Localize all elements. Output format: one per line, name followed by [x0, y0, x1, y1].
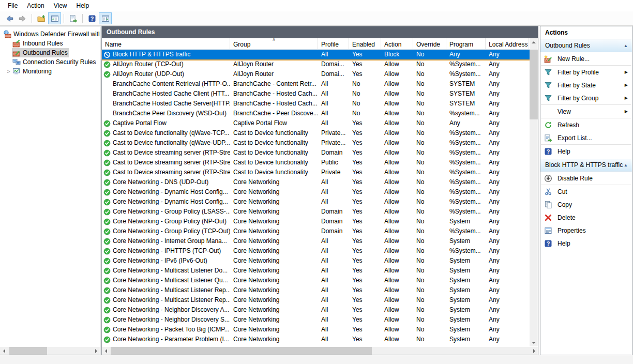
rule-row-cast-to-device-functionality-qwave-udp[interactable]: Cast to Device functionality (qWave-UDP.…	[102, 138, 530, 148]
expand-chevron-icon[interactable]: >	[5, 68, 12, 74]
cell-override: No	[413, 276, 446, 285]
menu-file[interactable]: File	[3, 1, 22, 11]
action-cut[interactable]: Cut	[540, 185, 632, 198]
back-button[interactable]	[3, 12, 16, 24]
rule-row-core-networking-internet-group-mana[interactable]: Core Networking - Internet Group Mana...…	[102, 236, 530, 246]
export-list-button[interactable]	[67, 12, 80, 24]
cell-profile: All	[318, 236, 349, 246]
tree-item-windows-defender-firewall-witl[interactable]: Windows Defender Firewall witl	[0, 29, 100, 39]
scrollbar-thumb[interactable]	[9, 347, 47, 355]
action-filter-by-group[interactable]: Filter by Group▶	[540, 92, 632, 104]
menu-view[interactable]: View	[49, 1, 72, 11]
cell-enabled: Yes	[349, 197, 381, 207]
help-button[interactable]	[85, 12, 98, 24]
column-header-enabled[interactable]: Enabled	[349, 38, 381, 49]
show-action-pane-toggle[interactable]	[99, 12, 112, 24]
rule-row-core-networking-group-policy-np-out[interactable]: Core Networking - Group Policy (NP-Out)C…	[102, 217, 530, 226]
rule-row-core-networking-dynamic-host-config[interactable]: Core Networking - Dynamic Host Config...…	[102, 197, 530, 207]
actions-section-header-block-http-https-traffic[interactable]: Block HTTP & HTTPS traffic▲	[540, 159, 632, 172]
rule-row-core-networking-group-policy-tcp-out[interactable]: Core Networking - Group Policy (TCP-Out)…	[102, 226, 530, 236]
rule-row-core-networking-ipv6-ipv6-out[interactable]: Core Networking - IPv6 (IPv6-Out)Core Ne…	[102, 256, 530, 266]
action-properties[interactable]: Properties	[540, 224, 632, 237]
action-view[interactable]: View▶	[540, 105, 632, 118]
no-icon	[103, 90, 111, 98]
cell-program: System	[446, 285, 486, 295]
action-new-rule[interactable]: New Rule...	[540, 52, 632, 65]
column-header-name[interactable]: Name	[102, 38, 230, 49]
rule-row-cast-to-device-streaming-server-rtp-stre[interactable]: Cast to Device streaming server (RTP-Str…	[102, 158, 530, 168]
rule-row-block-http-https-traffic[interactable]: Block HTTP & HTTPS trafficAllYesBlockNoA…	[102, 50, 530, 59]
rule-row-core-networking-packet-too-big-icmp[interactable]: Core Networking - Packet Too Big (ICMP..…	[102, 325, 530, 335]
column-header-group[interactable]: Group∧	[230, 38, 318, 49]
rule-row-core-networking-multicast-listener-rep[interactable]: Core Networking - Multicast Listener Rep…	[102, 285, 530, 295]
rule-row-branchcache-hosted-cache-client-htt[interactable]: BranchCache Hosted Cache Client (HTT...B…	[102, 89, 530, 99]
rule-row-core-networking-parameter-problem-i[interactable]: Core Networking - Parameter Problem (I..…	[102, 335, 530, 344]
forward-button[interactable]	[16, 12, 29, 24]
scroll-right-arrow-icon[interactable]	[92, 347, 100, 355]
rule-row-branchcache-peer-discovery-wsd-out[interactable]: BranchCache Peer Discovery (WSD-Out)Bran…	[102, 109, 530, 118]
action-refresh[interactable]: Refresh	[540, 118, 632, 131]
action-filter-by-profile[interactable]: Filter by Profile▶	[540, 66, 632, 79]
column-header-local-address[interactable]: Local Address	[486, 38, 529, 49]
cell-enabled: No	[349, 89, 381, 99]
no-icon	[544, 108, 552, 116]
column-header-program[interactable]: Program	[446, 38, 486, 49]
cell-group: Cast to Device functionality	[230, 128, 318, 138]
rule-row-core-networking-dynamic-host-config[interactable]: Core Networking - Dynamic Host Config...…	[102, 187, 530, 197]
tree-item-inbound-rules[interactable]: Inbound Rules	[0, 39, 100, 48]
menu-action[interactable]: Action	[22, 1, 49, 11]
list-vertical-scrollbar[interactable]	[530, 38, 538, 346]
rule-row-branchcache-hosted-cache-server-http[interactable]: BranchCache Hosted Cache Server(HTTP...B…	[102, 99, 530, 109]
action-disable-rule[interactable]: Disable Rule	[540, 172, 632, 185]
cell-local_address: Any	[486, 79, 529, 89]
tree-item-monitoring[interactable]: >Monitoring	[0, 67, 100, 76]
rule-row-alljoyn-router-tcp-out[interactable]: AllJoyn Router (TCP-Out)AllJoyn RouterDo…	[102, 59, 530, 69]
action-item-label: Disable Rule	[557, 175, 593, 182]
action-export-list[interactable]: Export List...	[540, 131, 632, 144]
tree-item-outbound-rules[interactable]: Outbound Rules	[0, 48, 100, 57]
action-delete[interactable]: Delete	[540, 211, 632, 224]
rule-row-core-networking-multicast-listener-do[interactable]: Core Networking - Multicast Listener Do.…	[102, 266, 530, 276]
rule-row-core-networking-iphttps-tcp-out[interactable]: Core Networking - IPHTTPS (TCP-Out)Core …	[102, 246, 530, 256]
column-header-action[interactable]: Action	[381, 38, 413, 49]
column-header-profile[interactable]: Profile	[318, 38, 349, 49]
tree-horizontal-scrollbar[interactable]	[0, 347, 100, 355]
rule-name-label: Core Networking - Dynamic Host Config...	[113, 197, 228, 207]
up-one-level-button[interactable]	[35, 12, 48, 24]
scrollbar-thumb[interactable]	[111, 347, 372, 355]
rule-row-core-networking-multicast-listener-rep[interactable]: Core Networking - Multicast Listener Rep…	[102, 295, 530, 305]
rule-row-core-networking-group-policy-lsass[interactable]: Core Networking - Group Policy (LSASS-..…	[102, 207, 530, 217]
scroll-left-arrow-icon[interactable]	[102, 347, 110, 355]
scroll-right-arrow-icon[interactable]	[530, 347, 538, 355]
action-help[interactable]: Help	[540, 237, 632, 250]
rule-row-core-networking-neighbor-discovery-a[interactable]: Core Networking - Neighbor Discovery A..…	[102, 305, 530, 315]
scroll-down-arrow-icon[interactable]	[530, 339, 537, 346]
actions-section-header-outbound-rules[interactable]: Outbound Rules▲	[540, 39, 632, 52]
rule-row-branchcache-content-retrieval-http-o[interactable]: BranchCache Content Retrieval (HTTP-O...…	[102, 79, 530, 89]
cell-program: System	[446, 335, 486, 344]
rule-row-core-networking-multicast-listener-qu[interactable]: Core Networking - Multicast Listener Qu.…	[102, 276, 530, 285]
rule-row-alljoyn-router-udp-out[interactable]: AllJoyn Router (UDP-Out)AllJoyn RouterDo…	[102, 69, 530, 79]
tree-item-connection-security-rules[interactable]: Connection Security Rules	[0, 57, 100, 67]
scrollbar-thumb[interactable]	[530, 50, 538, 119]
scroll-left-arrow-icon[interactable]	[0, 347, 8, 355]
rule-row-cast-to-device-streaming-server-rtp-stre[interactable]: Cast to Device streaming server (RTP-Str…	[102, 148, 530, 158]
rule-row-core-networking-neighbor-discovery-s[interactable]: Core Networking - Neighbor Discovery S..…	[102, 315, 530, 325]
new-rule-icon	[544, 55, 552, 63]
cell-enabled: Yes	[349, 295, 381, 305]
cell-program: SYSTEM	[446, 89, 486, 99]
action-copy[interactable]: Copy	[540, 198, 632, 211]
column-header-override[interactable]: Override	[413, 38, 446, 49]
rule-row-cast-to-device-functionality-qwave-tcp[interactable]: Cast to Device functionality (qWave-TCP.…	[102, 128, 530, 138]
monitoring-icon	[12, 67, 21, 75]
action-filter-by-state[interactable]: Filter by State▶	[540, 79, 632, 92]
rule-row-captive-portal-flow[interactable]: Captive Portal FlowCaptive Portal FlowAl…	[102, 118, 530, 128]
action-help[interactable]: Help	[540, 145, 632, 158]
rule-row-core-networking-dns-udp-out[interactable]: Core Networking - DNS (UDP-Out)Core Netw…	[102, 177, 530, 187]
cell-profile: All	[318, 276, 349, 285]
scroll-up-arrow-icon[interactable]	[530, 38, 537, 46]
show-console-tree-toggle[interactable]	[48, 12, 61, 24]
list-horizontal-scrollbar[interactable]	[102, 347, 538, 355]
rule-row-cast-to-device-streaming-server-rtp-stre[interactable]: Cast to Device streaming server (RTP-Str…	[102, 168, 530, 177]
menu-help[interactable]: Help	[72, 1, 94, 11]
